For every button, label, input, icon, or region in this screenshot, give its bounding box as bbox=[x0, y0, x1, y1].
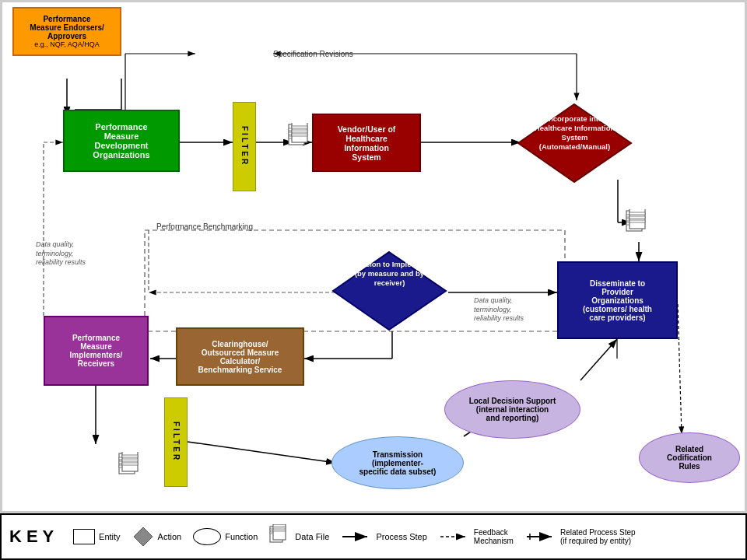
ellipse-transmission: Transmission (implementer- specific data… bbox=[331, 436, 464, 489]
clearinghouse-text: Clearinghouse/ Outsourced Measure Calcul… bbox=[198, 340, 282, 374]
svg-rect-55 bbox=[122, 455, 138, 457]
label-data-quality-1: Data quality, terminology, reliability r… bbox=[36, 240, 86, 268]
disseminate-text: Disseminate to Provider Organizations (c… bbox=[583, 279, 652, 322]
ellipse-related-codification: Related Codification Rules bbox=[639, 432, 740, 483]
key-feedback: Feedback Mechanism bbox=[439, 528, 514, 545]
svg-rect-63 bbox=[273, 527, 286, 528]
key-process-step: Process Step bbox=[341, 530, 426, 544]
pmdo-text: Performance Measure Development Organiza… bbox=[93, 122, 149, 159]
filter-bottom: FILTER bbox=[164, 397, 188, 487]
filter-top: FILTER bbox=[233, 102, 256, 191]
svg-rect-38 bbox=[292, 130, 307, 132]
box-implementers: Performance Measure Implementers/ Receiv… bbox=[44, 316, 149, 386]
svg-rect-39 bbox=[292, 134, 307, 136]
key-datafile-icon bbox=[269, 524, 291, 549]
endorsers-line1: Performance bbox=[19, 15, 115, 23]
key-function-label: Function bbox=[225, 532, 258, 541]
key-entity-label: Entity bbox=[99, 532, 121, 541]
key-entity-box bbox=[73, 529, 95, 544]
key-function-icon bbox=[193, 528, 221, 545]
key-action-label: Action bbox=[158, 532, 182, 541]
transmission-text: Transmission (implementer- specific data… bbox=[356, 446, 440, 480]
svg-rect-64 bbox=[273, 530, 286, 531]
label-spec-revisions: Specification Revisions bbox=[273, 50, 353, 58]
label-data-quality-2: Data quality, terminology, reliability r… bbox=[474, 296, 524, 324]
vendor-text: Vendor/User of Healthcare Information Sy… bbox=[338, 124, 396, 162]
svg-rect-46 bbox=[630, 212, 645, 215]
label-benchmark: Performance Benchmarking bbox=[156, 222, 253, 231]
benchmark-text: Performance Benchmarking bbox=[156, 222, 253, 231]
local-decision-text: Local Decision Support (internal interac… bbox=[465, 393, 560, 426]
key-process-step-icon bbox=[341, 530, 372, 544]
key-process-step-label: Process Step bbox=[376, 532, 426, 541]
implementers-text: Performance Measure Implementers/ Receiv… bbox=[70, 334, 123, 368]
key-related-process-label: Related Process Step (if required by ent… bbox=[560, 528, 636, 545]
box-pmdo: Performance Measure Development Organiza… bbox=[63, 110, 180, 172]
filter-bottom-text: FILTER bbox=[172, 422, 181, 462]
key-section: K E Y Entity Action Function Data File bbox=[0, 513, 747, 560]
box-endorsers: Performance Measure Endorsers/ Approvers… bbox=[12, 7, 121, 56]
filter-top-text: FILTER bbox=[240, 126, 249, 166]
data-quality-2-text: Data quality, terminology, reliability r… bbox=[474, 296, 524, 322]
key-related-process-icon bbox=[525, 530, 556, 544]
key-data-file: Data File bbox=[269, 524, 329, 549]
svg-rect-48 bbox=[630, 220, 645, 222]
key-entity: Entity bbox=[73, 529, 121, 544]
key-function: Function bbox=[193, 528, 258, 545]
diagram-container: Performance Measure Endorsers/ Approvers… bbox=[0, 0, 747, 513]
endorsers-line2: Measure Endorsers/ bbox=[19, 23, 115, 32]
key-feedback-icon bbox=[439, 530, 470, 544]
key-datafile-label: Data File bbox=[295, 532, 329, 541]
datafile-icon-1 bbox=[287, 123, 312, 154]
svg-line-29 bbox=[678, 304, 682, 434]
data-quality-1-text: Data quality, terminology, reliability r… bbox=[36, 240, 86, 266]
svg-rect-57 bbox=[122, 463, 138, 465]
diamond-decision: Decision to Implement (by measure and by… bbox=[329, 248, 450, 334]
spec-revisions-text: Specification Revisions bbox=[273, 50, 353, 58]
svg-marker-58 bbox=[134, 527, 153, 546]
svg-line-28 bbox=[580, 339, 617, 380]
endorsers-line3: Approvers bbox=[19, 32, 115, 40]
key-related-process: Related Process Step (if required by ent… bbox=[525, 528, 636, 545]
key-feedback-label: Feedback Mechanism bbox=[474, 528, 514, 545]
box-clearinghouse: Clearinghouse/ Outsourced Measure Calcul… bbox=[176, 327, 304, 386]
endorsers-line4: e.g., NQF, AQA/HQA bbox=[19, 40, 115, 48]
datafile-icon-2 bbox=[625, 209, 650, 240]
ellipse-local-decision: Local Decision Support (internal interac… bbox=[444, 380, 580, 439]
key-title: K E Y bbox=[9, 527, 54, 547]
svg-rect-37 bbox=[292, 126, 307, 128]
related-codification-text: Related Codification Rules bbox=[663, 441, 716, 474]
svg-rect-47 bbox=[630, 216, 645, 219]
svg-line-26 bbox=[188, 442, 335, 463]
key-action: Action bbox=[132, 526, 182, 548]
key-action-icon bbox=[132, 526, 154, 548]
datafile-icon-3 bbox=[117, 452, 142, 483]
box-vendor: Vendor/User of Healthcare Information Sy… bbox=[312, 114, 421, 172]
diamond-incorporate: Incorporate into Healthcare Information … bbox=[514, 100, 635, 186]
svg-rect-56 bbox=[122, 459, 138, 461]
box-disseminate: Disseminate to Provider Organizations (c… bbox=[557, 261, 678, 339]
